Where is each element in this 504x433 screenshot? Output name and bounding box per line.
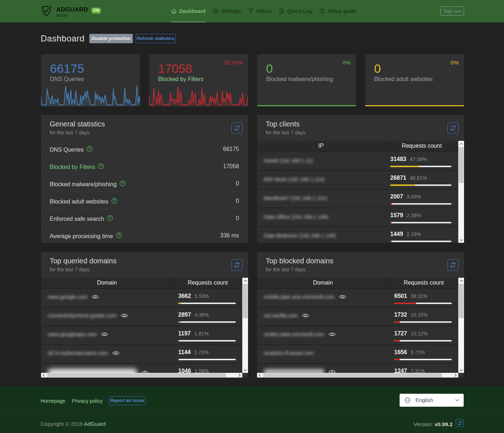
svg-text:?: ?	[109, 216, 111, 220]
svg-text:?: ?	[118, 233, 120, 237]
svg-text:?: ?	[113, 198, 115, 203]
svg-text:?: ?	[121, 181, 123, 186]
svg-text:?: ?	[100, 164, 102, 168]
svg-text:?: ?	[89, 147, 91, 151]
